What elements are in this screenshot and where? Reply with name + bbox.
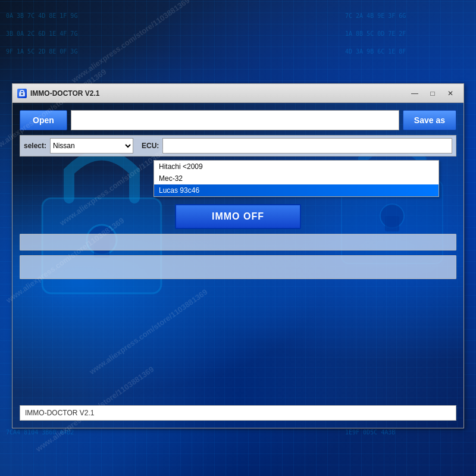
window-title: IMMO-DOCTOR V2.1	[30, 89, 406, 98]
application-window: IMMO-DOCTOR V2.1 — □ ✕	[12, 83, 464, 428]
select-row: select: Nissan Toyota Honda BMW Mercedes…	[20, 135, 456, 156]
svg-text:9F 1A 5C 2D 8E 0F 3G: 9F 1A 5C 2D 8E 0F 3G	[6, 48, 77, 55]
svg-text:0A 3B 7C 4D 8E 1F 9G: 0A 3B 7C 4D 8E 1F 9G	[6, 12, 77, 19]
dropdown-item-lucas[interactable]: Lucas 93c46	[154, 184, 439, 196]
content-area: Open Save as select: Nissan Toyota Honda…	[12, 103, 464, 428]
svg-text:4D 3A 9B 6C 1E 8F: 4D 3A 9B 6C 1E 8F	[345, 48, 406, 55]
svg-text:1E9F 0D5C 4A3B: 1E9F 0D5C 4A3B	[345, 429, 395, 436]
ecu-label: ECU:	[142, 142, 159, 150]
top-toolbar: Open Save as	[20, 110, 456, 130]
dropdown-item-mec32[interactable]: Mec-32	[154, 173, 439, 184]
svg-text:3B 0A 2C 6D 1E 4F 7G: 3B 0A 2C 6D 1E 4F 7G	[6, 30, 77, 37]
ecu-input[interactable]	[162, 138, 452, 154]
app-icon	[17, 89, 27, 98]
immo-off-button[interactable]: IMMO OFF	[175, 204, 301, 229]
brand-select[interactable]: Nissan Toyota Honda BMW Mercedes	[50, 138, 133, 154]
immo-row: IMMO OFF	[20, 204, 456, 229]
dropdown-item-hitachi[interactable]: Hitachi <2009	[154, 161, 439, 173]
svg-text:7C 2A 4B 9E 3F 6G: 7C 2A 4B 9E 3F 6G	[345, 12, 406, 19]
bottom-spacer	[20, 284, 456, 400]
close-button[interactable]: ✕	[442, 87, 459, 100]
progress-bar-2	[20, 255, 456, 279]
status-bar: IMMO-DOCTOR V2.1	[20, 405, 456, 421]
ecu-dropdown-popup: Hitachi <2009 Mec-32 Lucas 93c46	[154, 160, 439, 197]
svg-text:1A 8B 5C 0D 7E 2F: 1A 8B 5C 0D 7E 2F	[345, 30, 406, 37]
window-controls: — □ ✕	[406, 87, 459, 100]
saveas-button[interactable]: Save as	[403, 110, 456, 130]
open-button[interactable]: Open	[20, 110, 67, 130]
status-text: IMMO-DOCTOR V2.1	[25, 409, 94, 417]
maximize-button[interactable]: □	[424, 87, 441, 100]
titlebar: IMMO-DOCTOR V2.1 — □ ✕	[12, 84, 464, 103]
file-path-input[interactable]	[71, 110, 399, 130]
svg-point-9	[21, 93, 23, 95]
minimize-button[interactable]: —	[406, 87, 423, 100]
progress-bar-1	[20, 234, 456, 250]
select-label: select:	[24, 142, 46, 150]
svg-text:7CA4 8104 3B60 A4B2: 7CA4 8104 3B60 A4B2	[6, 429, 74, 436]
ui-panel: Open Save as select: Nissan Toyota Honda…	[12, 103, 464, 428]
